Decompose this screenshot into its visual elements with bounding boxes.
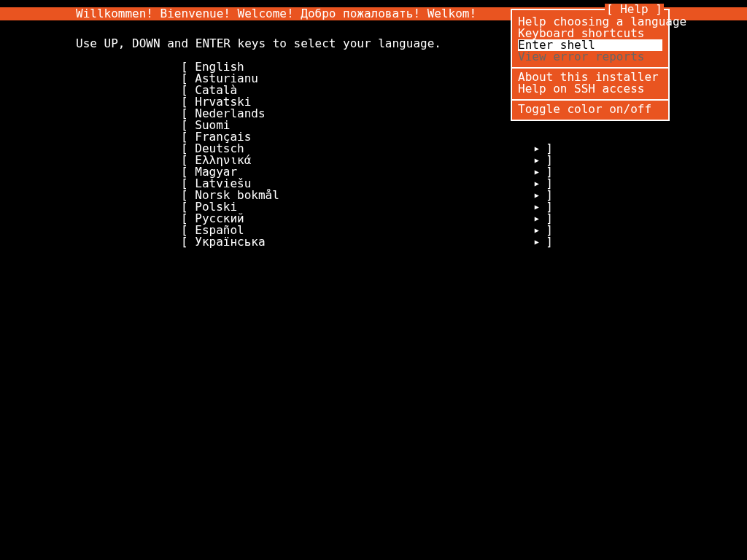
header-title: Willkommen! Bienvenue! Welcome! Добро по… (76, 8, 476, 20)
help-popup-title: [ Help ] (605, 4, 664, 15)
help-section: Help choosing a languageKeyboard shortcu… (512, 10, 668, 67)
help-popup: [ Help ] Help choosing a languageKeyboar… (511, 9, 670, 121)
language-item[interactable]: [ Nederlands▶ ] (181, 108, 553, 120)
help-item[interactable]: Toggle color on/off (518, 104, 662, 115)
language-list: [ English▶ ][ Asturianu▶ ][ Català▶ ][ H… (181, 61, 553, 248)
help-item: View error reports (518, 51, 662, 63)
language-item[interactable]: [ Українська▶ ] (181, 236, 553, 248)
help-section: Toggle color on/off (512, 101, 668, 120)
help-item[interactable]: Help on SSH access (518, 83, 662, 95)
language-label: [ Українська (181, 236, 266, 248)
help-section: About this installerHelp on SSH access (512, 69, 668, 99)
instruction-text: Use UP, DOWN and ENTER keys to select yo… (76, 38, 441, 50)
submenu-arrow-icon: ▶ ] (535, 236, 553, 248)
